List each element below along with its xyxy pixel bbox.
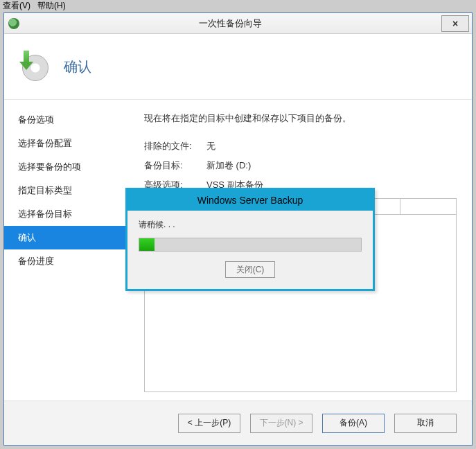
footer: < 上一步(P) 下一步(N) > 备份(A) 取消 bbox=[4, 400, 472, 445]
kv-key: 备份目标: bbox=[144, 159, 206, 172]
progress-dialog: Windows Server Backup 请稍候. . . 关闭(C) bbox=[125, 188, 375, 291]
app-icon bbox=[8, 18, 19, 29]
window-close-button[interactable]: × bbox=[441, 15, 469, 32]
intro-text: 现在将在指定的目标中创建和保存以下项目的备份。 bbox=[144, 112, 457, 125]
sidebar-item-confirm[interactable]: 确认 bbox=[4, 226, 129, 249]
dialog-title: Windows Server Backup bbox=[127, 190, 373, 211]
window-title: 一次性备份向导 bbox=[19, 17, 441, 30]
kv-row-target: 备份目标: 新加卷 (D:) bbox=[144, 159, 457, 172]
header-strip: 确认 bbox=[4, 34, 472, 100]
kv-key: 排除的文件: bbox=[144, 140, 206, 152]
dialog-message: 请稍候. . . bbox=[139, 219, 362, 231]
kv-val: 无 bbox=[206, 140, 215, 152]
sidebar-item-backup-options[interactable]: 备份选项 bbox=[4, 108, 129, 132]
progress-bar bbox=[139, 238, 362, 252]
prev-button[interactable]: < 上一步(P) bbox=[178, 414, 240, 433]
menubar-fragment: 查看(V) 帮助(H) bbox=[0, 0, 66, 12]
sidebar-item-select-items[interactable]: 选择要备份的项 bbox=[4, 155, 129, 179]
page-heading: 确认 bbox=[64, 58, 91, 76]
sidebar-item-dest-type[interactable]: 指定目标类型 bbox=[4, 179, 129, 202]
progress-fill bbox=[139, 238, 155, 251]
next-button: 下一步(N) > bbox=[250, 414, 312, 433]
sidebar: 备份选项 选择备份配置 选择要备份的项 指定目标类型 选择备份目标 确认 备份进… bbox=[4, 100, 129, 400]
sidebar-item-progress[interactable]: 备份进度 bbox=[4, 249, 129, 273]
dialog-close-button: 关闭(C) bbox=[225, 261, 275, 278]
sidebar-item-select-config[interactable]: 选择备份配置 bbox=[4, 132, 129, 155]
cancel-button[interactable]: 取消 bbox=[394, 414, 457, 433]
titlebar: 一次性备份向导 × bbox=[4, 13, 472, 34]
backup-button[interactable]: 备份(A) bbox=[322, 414, 385, 433]
menu-view[interactable]: 查看(V) bbox=[3, 1, 30, 10]
wizard-window: 一次性备份向导 × 确认 备份选项 选择备份配置 选择要备份的项 指定目标类型 … bbox=[3, 12, 473, 446]
menu-help[interactable]: 帮助(H) bbox=[37, 1, 66, 10]
dialog-body: 请稍候. . . 关闭(C) bbox=[127, 211, 373, 289]
kv-val: 新加卷 (D:) bbox=[206, 159, 251, 172]
sidebar-item-select-dest[interactable]: 选择备份目标 bbox=[4, 202, 129, 226]
kv-row-excluded: 排除的文件: 无 bbox=[144, 140, 457, 152]
backup-icon bbox=[18, 51, 50, 82]
